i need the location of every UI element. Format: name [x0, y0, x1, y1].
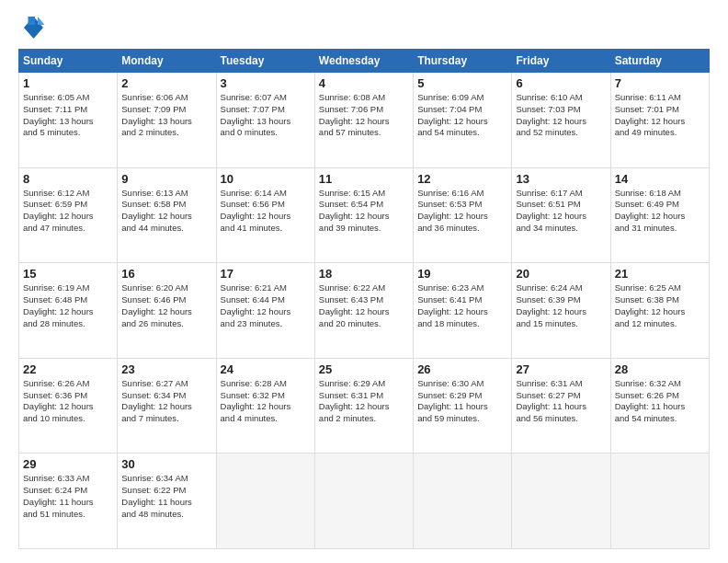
day-info: Sunrise: 6:16 AM Sunset: 6:53 PM Dayligh… [417, 188, 507, 235]
svg-marker-2 [28, 17, 36, 25]
calendar-header-row: SundayMondayTuesdayWednesdayThursdayFrid… [19, 50, 710, 73]
calendar-cell: 23Sunrise: 6:27 AM Sunset: 6:34 PM Dayli… [118, 358, 216, 454]
day-info: Sunrise: 6:17 AM Sunset: 6:51 PM Dayligh… [516, 188, 606, 235]
day-info: Sunrise: 6:08 AM Sunset: 7:06 PM Dayligh… [319, 92, 409, 139]
day-number: 26 [417, 362, 507, 376]
calendar-cell: 8Sunrise: 6:12 AM Sunset: 6:59 PM Daylig… [19, 167, 118, 263]
calendar-cell: 21Sunrise: 6:25 AM Sunset: 6:38 PM Dayli… [610, 263, 709, 359]
day-info: Sunrise: 6:21 AM Sunset: 6:44 PM Dayligh… [221, 282, 311, 329]
day-number: 24 [221, 362, 311, 376]
calendar-cell [512, 454, 610, 549]
day-number: 1 [23, 76, 113, 90]
day-number: 14 [615, 172, 705, 186]
day-number: 6 [516, 76, 606, 90]
week-row-4: 22Sunrise: 6:26 AM Sunset: 6:36 PM Dayli… [19, 358, 710, 454]
day-number: 15 [23, 267, 113, 281]
day-number: 4 [319, 76, 409, 90]
calendar-header-monday: Monday [118, 50, 216, 73]
calendar-table: SundayMondayTuesdayWednesdayThursdayFrid… [18, 49, 710, 549]
day-info: Sunrise: 6:27 AM Sunset: 6:34 PM Dayligh… [121, 378, 211, 425]
calendar-cell: 12Sunrise: 6:16 AM Sunset: 6:53 PM Dayli… [414, 167, 512, 263]
day-number: 18 [319, 267, 409, 281]
calendar-cell: 20Sunrise: 6:24 AM Sunset: 6:39 PM Dayli… [512, 263, 610, 359]
day-number: 28 [615, 362, 705, 376]
day-info: Sunrise: 6:31 AM Sunset: 6:27 PM Dayligh… [516, 378, 606, 425]
day-info: Sunrise: 6:26 AM Sunset: 6:36 PM Dayligh… [23, 378, 113, 425]
calendar-cell: 15Sunrise: 6:19 AM Sunset: 6:48 PM Dayli… [19, 263, 118, 359]
calendar-header-thursday: Thursday [414, 50, 512, 73]
week-row-5: 29Sunrise: 6:33 AM Sunset: 6:24 PM Dayli… [19, 454, 710, 549]
calendar-cell: 22Sunrise: 6:26 AM Sunset: 6:36 PM Dayli… [19, 358, 118, 454]
day-info: Sunrise: 6:15 AM Sunset: 6:54 PM Dayligh… [319, 188, 409, 235]
day-number: 2 [121, 76, 211, 90]
calendar-header-wednesday: Wednesday [314, 50, 413, 73]
day-info: Sunrise: 6:29 AM Sunset: 6:31 PM Dayligh… [319, 378, 409, 425]
calendar-cell: 16Sunrise: 6:20 AM Sunset: 6:46 PM Dayli… [118, 263, 216, 359]
calendar-cell: 5Sunrise: 6:09 AM Sunset: 7:04 PM Daylig… [414, 73, 512, 168]
day-info: Sunrise: 6:23 AM Sunset: 6:41 PM Dayligh… [417, 282, 507, 329]
calendar-cell: 1Sunrise: 6:05 AM Sunset: 7:11 PM Daylig… [19, 73, 118, 168]
day-info: Sunrise: 6:30 AM Sunset: 6:29 PM Dayligh… [417, 378, 507, 425]
calendar-cell [216, 454, 314, 549]
calendar-header-friday: Friday [512, 50, 610, 73]
calendar-cell: 10Sunrise: 6:14 AM Sunset: 6:56 PM Dayli… [216, 167, 314, 263]
day-number: 21 [615, 267, 705, 281]
calendar-cell: 6Sunrise: 6:10 AM Sunset: 7:03 PM Daylig… [512, 73, 610, 168]
day-info: Sunrise: 6:07 AM Sunset: 7:07 PM Dayligh… [221, 92, 311, 139]
calendar-cell: 25Sunrise: 6:29 AM Sunset: 6:31 PM Dayli… [314, 358, 413, 454]
calendar-header-saturday: Saturday [610, 50, 709, 73]
day-info: Sunrise: 6:32 AM Sunset: 6:26 PM Dayligh… [615, 378, 705, 425]
calendar-header-tuesday: Tuesday [216, 50, 314, 73]
day-number: 17 [221, 267, 311, 281]
day-info: Sunrise: 6:14 AM Sunset: 6:56 PM Dayligh… [221, 188, 311, 235]
day-number: 19 [417, 267, 507, 281]
day-number: 16 [121, 267, 211, 281]
calendar-cell: 11Sunrise: 6:15 AM Sunset: 6:54 PM Dayli… [314, 167, 413, 263]
calendar-cell: 14Sunrise: 6:18 AM Sunset: 6:49 PM Dayli… [610, 167, 709, 263]
calendar-cell [414, 454, 512, 549]
day-number: 13 [516, 172, 606, 186]
calendar-cell [610, 454, 709, 549]
calendar-cell: 17Sunrise: 6:21 AM Sunset: 6:44 PM Dayli… [216, 263, 314, 359]
week-row-1: 1Sunrise: 6:05 AM Sunset: 7:11 PM Daylig… [19, 73, 710, 168]
page: SundayMondayTuesdayWednesdayThursdayFrid… [0, 0, 728, 563]
calendar-cell: 28Sunrise: 6:32 AM Sunset: 6:26 PM Dayli… [610, 358, 709, 454]
day-number: 8 [23, 172, 113, 186]
day-number: 25 [319, 362, 409, 376]
day-info: Sunrise: 6:19 AM Sunset: 6:48 PM Dayligh… [23, 282, 113, 329]
day-info: Sunrise: 6:28 AM Sunset: 6:32 PM Dayligh… [221, 378, 311, 425]
logo [18, 14, 50, 41]
day-number: 20 [516, 267, 606, 281]
day-info: Sunrise: 6:33 AM Sunset: 6:24 PM Dayligh… [23, 473, 113, 520]
svg-marker-1 [38, 17, 45, 25]
day-number: 23 [121, 362, 211, 376]
day-number: 9 [121, 172, 211, 186]
day-number: 11 [319, 172, 409, 186]
header [18, 14, 710, 41]
calendar-cell: 7Sunrise: 6:11 AM Sunset: 7:01 PM Daylig… [610, 73, 709, 168]
calendar-cell: 13Sunrise: 6:17 AM Sunset: 6:51 PM Dayli… [512, 167, 610, 263]
week-row-3: 15Sunrise: 6:19 AM Sunset: 6:48 PM Dayli… [19, 263, 710, 359]
calendar-cell: 19Sunrise: 6:23 AM Sunset: 6:41 PM Dayli… [414, 263, 512, 359]
calendar-cell: 26Sunrise: 6:30 AM Sunset: 6:29 PM Dayli… [414, 358, 512, 454]
day-number: 7 [615, 76, 705, 90]
day-info: Sunrise: 6:09 AM Sunset: 7:04 PM Dayligh… [417, 92, 507, 139]
calendar-cell: 29Sunrise: 6:33 AM Sunset: 6:24 PM Dayli… [19, 454, 118, 549]
calendar-header-sunday: Sunday [19, 50, 118, 73]
day-info: Sunrise: 6:10 AM Sunset: 7:03 PM Dayligh… [516, 92, 606, 139]
logo-icon [18, 14, 46, 41]
day-info: Sunrise: 6:22 AM Sunset: 6:43 PM Dayligh… [319, 282, 409, 329]
calendar-cell [314, 454, 413, 549]
day-number: 22 [23, 362, 113, 376]
day-info: Sunrise: 6:20 AM Sunset: 6:46 PM Dayligh… [121, 282, 211, 329]
day-info: Sunrise: 6:18 AM Sunset: 6:49 PM Dayligh… [615, 188, 705, 235]
calendar-cell: 2Sunrise: 6:06 AM Sunset: 7:09 PM Daylig… [118, 73, 216, 168]
day-info: Sunrise: 6:12 AM Sunset: 6:59 PM Dayligh… [23, 188, 113, 235]
day-number: 30 [121, 457, 211, 471]
day-info: Sunrise: 6:05 AM Sunset: 7:11 PM Dayligh… [23, 92, 113, 139]
day-info: Sunrise: 6:34 AM Sunset: 6:22 PM Dayligh… [121, 473, 211, 520]
week-row-2: 8Sunrise: 6:12 AM Sunset: 6:59 PM Daylig… [19, 167, 710, 263]
calendar-cell: 9Sunrise: 6:13 AM Sunset: 6:58 PM Daylig… [118, 167, 216, 263]
day-number: 5 [417, 76, 507, 90]
day-number: 3 [221, 76, 311, 90]
